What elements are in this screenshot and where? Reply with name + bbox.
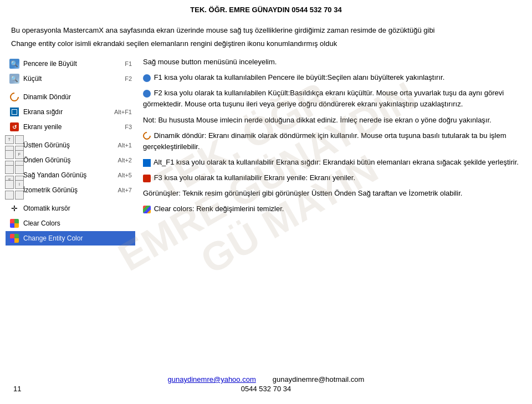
sidebar-item-sag-yandan-gorunus[interactable]: S Sağ Yandan Görünüş Alt+5 [6,168,135,182]
shortcut-alt1: Alt+1 [118,142,132,149]
sidebar-item-pencere-ile-buyult[interactable]: 🔍 Pencere ile Büyült F1 [6,57,135,71]
intro-line2: Change entity color isimli ekrandaki seç… [11,38,521,49]
zoom-out-inline-icon [143,90,151,98]
footer-links: gunaydinemre@yahoo.com gunaydinemre@hotm… [168,375,365,383]
sidebar-item-izometrik-gorunus[interactable]: I İzometrik Görünüş Alt+7 [6,183,135,197]
shortcut-alt2: Alt+2 [118,157,132,163]
footer-phone: 0544 532 70 34 [241,385,291,393]
sidebar-item-onden-gorunus[interactable]: F Önden Görünüş Alt+2 [6,153,135,167]
shortcut-f2: F2 [125,75,132,82]
top-view-icon: T [9,140,20,151]
zoom-out-icon: 🔍 [9,73,20,84]
para-dinamik: Dinamik döndür: Ekranı dinamik olarak dö… [143,130,526,152]
sidebar-label: Dinamik Döndür [23,93,71,101]
intro-section: Bu operasyonla MastercamX ana sayfasında… [0,17,532,54]
sidebar-label: Sağ Yandan Görünüş [23,171,86,179]
para-altf1: Alt_F1 kısa yolu olarak ta kullanılabili… [143,157,526,168]
sidebar-label: Önden Görünüş [23,156,70,164]
para-gorunusler: Görünüşler: Teknik resim görünüşleri gib… [143,188,526,199]
side-view-icon: S [9,170,20,181]
para-intro: Sağ mouse button menüsünü inceleyelim. [143,57,526,68]
sidebar-label: İzometrik Görünüş [23,186,78,194]
para-not: Not: Bu hususta Mouse imlecin nerde oldu… [143,115,526,126]
cursor-icon: ✛ [9,203,20,214]
sidebar-item-change-entity-color[interactable]: Change Entity Color [6,231,135,246]
sidebar: 🔍 Pencere ile Büyült F1 🔍 Küçült F2 Dina… [6,57,139,246]
sidebar-label: Ekrana sığdır [23,108,63,116]
zoom-in-icon: 🔍 [9,58,20,69]
sidebar-label: Clear Colors [23,219,60,227]
front-view-icon: F [9,155,20,166]
sidebar-item-ekrani-yenile[interactable]: ↺ Ekranı yenile F3 [6,120,135,134]
clear-inline-icon [143,206,151,213]
sidebar-item-ustten-gorunus[interactable]: T Üstten Görünüş Alt+1 [6,138,135,152]
para-clear-colors: Clear colors: Renk değişimlerini temizle… [143,203,526,214]
para-f2: F2 kısa yolu olarak ta kullanılabilen Kü… [143,88,526,110]
shortcut-f3: F3 [125,124,132,130]
shortcut-alt7: Alt+7 [118,187,132,193]
sidebar-label: Küçült [23,75,42,83]
page-header: TEK. ÖĞR. EMRE GÜNAYDIN 0544 532 70 34 [0,0,532,17]
para-f3: F3 kısa yolu olarak ta kullanılabilir Ek… [143,172,526,183]
content-area: 🔍 Pencere ile Büyült F1 🔍 Küçült F2 Dina… [0,54,532,246]
sidebar-label: Change Entity Color [23,234,83,242]
sidebar-item-ekrana-sigdir[interactable]: Ekrana sığdır Alt+F1 [6,105,135,119]
fit-inline-icon [143,159,151,167]
rotate-inline-icon [141,130,152,141]
refresh-icon: ↺ [9,121,20,132]
intro-line1: Bu operasyonla MastercamX ana sayfasında… [11,25,521,36]
rotate-icon [9,91,20,103]
sidebar-label: Pencere ile Büyült [23,60,77,68]
header-title: TEK. ÖĞR. EMRE GÜNAYDIN 0544 532 70 34 [190,6,341,14]
para-f1: F1 kısa yolu olarak ta kullanılabilen Pe… [143,72,526,83]
isometric-view-icon: I [9,185,20,196]
main-content: Sağ mouse button menüsünü inceleyelim. F… [139,57,526,246]
refresh-inline-icon [143,175,151,182]
sidebar-item-otomatik-kursor[interactable]: ✛ Otomatik kursör [6,201,135,216]
sidebar-label: Otomatik kursör [23,204,70,212]
sidebar-label: Üstten Görünüş [23,141,70,149]
shortcut-alt5: Alt+5 [118,172,132,178]
clear-colors-icon [9,218,20,229]
sidebar-item-dinamik-dondur[interactable]: Dinamik Döndür [6,90,135,104]
sidebar-label: Ekranı yenile [23,123,62,131]
footer-email2: gunaydinemre@hotmail.com [273,375,365,383]
sidebar-item-clear-colors[interactable]: Clear Colors [6,216,135,231]
zoom-inline-icon [143,74,151,82]
footer-email1[interactable]: gunaydinemre@yahoo.com [168,375,256,383]
change-entity-color-icon [9,233,20,244]
page-footer: gunaydinemre@yahoo.com gunaydinemre@hotm… [0,375,532,393]
shortcut-altf1: Alt+F1 [114,109,132,115]
fit-screen-icon [9,106,20,117]
sidebar-item-kucult[interactable]: 🔍 Küçült F2 [6,71,135,86]
shortcut-f1: F1 [125,60,132,67]
